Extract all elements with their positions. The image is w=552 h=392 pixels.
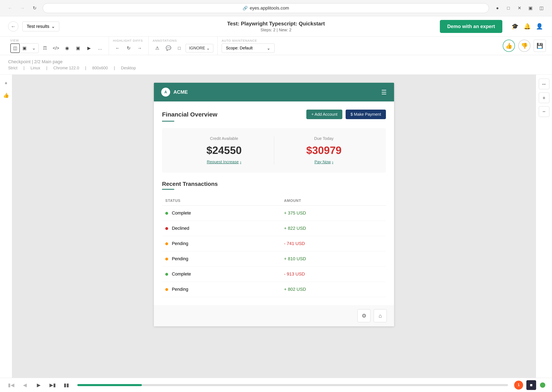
- code-btn[interactable]: </>: [51, 43, 61, 53]
- overlay-view-btn[interactable]: ▣: [20, 43, 29, 53]
- dropdown-arrow-icon: ⌄: [51, 24, 55, 29]
- thumb-left-btn[interactable]: 👍: [2, 91, 11, 100]
- link-icon: 🔗: [243, 6, 248, 11]
- eye-btn[interactable]: ◉: [62, 43, 72, 53]
- auto-maintenance-controls: Scope: Default ⌄: [222, 43, 275, 53]
- nav-first-btn[interactable]: ▮◀: [6, 380, 16, 390]
- annotations-label: ANNOTATIONS: [153, 39, 213, 42]
- browser-ext-1[interactable]: ●: [493, 4, 502, 13]
- prev-diff-btn[interactable]: ←: [113, 43, 122, 53]
- forward-btn[interactable]: →: [18, 4, 27, 12]
- more-btn[interactable]: …: [95, 43, 105, 53]
- zoom-out-btn[interactable]: −: [539, 106, 549, 117]
- scope-label: Scope: Default: [226, 46, 253, 50]
- highlight-diffs-label: HIGHLIGHT DIFFS: [113, 39, 144, 42]
- amount-cell: + 802 USD: [281, 282, 386, 297]
- app-header: ← Test results ⌄ Test: Playwright Typesc…: [0, 16, 552, 37]
- browser-actions: ● □ ✕ ▣ ◫: [493, 4, 546, 13]
- status-dot: [165, 258, 168, 260]
- warning-annotation-btn[interactable]: ⚠: [153, 43, 162, 53]
- zoom-in-btn[interactable]: +: [539, 92, 549, 103]
- reload-btn[interactable]: ↻: [30, 4, 39, 12]
- refresh-diff-btn[interactable]: ↻: [124, 43, 133, 53]
- table-row: Declined + 822 USD: [162, 221, 386, 236]
- home-icon-btn[interactable]: ⌂: [374, 309, 387, 322]
- nav-next-btn[interactable]: ▶▮: [48, 380, 57, 390]
- credit-section: Credit Available $24550 Request Increase…: [162, 128, 386, 173]
- app-preview: A ACME ☰ Financial Overview + Add Accoun…: [154, 83, 394, 326]
- status-indicator: [539, 382, 546, 388]
- back-btn[interactable]: ←: [6, 4, 14, 12]
- transactions-title: Recent Transactions: [162, 181, 386, 187]
- view-controls: ◫ ▣ ⌄ ☶ </> ◉ ▣ ▶ …: [10, 43, 105, 53]
- transactions-underline: [162, 189, 174, 190]
- amount-cell: - 741 USD: [281, 236, 386, 251]
- address-bar[interactable]: 🔗 eyes.applitools.com: [43, 3, 489, 13]
- settings-icon-btn[interactable]: ⚙: [358, 309, 370, 322]
- notifications-icon[interactable]: 🔔: [523, 22, 532, 31]
- browser-ext-3[interactable]: ✕: [515, 4, 524, 13]
- nav-play-btn[interactable]: ▶: [34, 380, 43, 390]
- browser-ext-4[interactable]: ▣: [526, 4, 535, 13]
- credit-available-col: Credit Available $24550 Request Increase…: [174, 136, 274, 164]
- save-btn[interactable]: 💾: [534, 40, 546, 52]
- toolbar-wrapper: VIEW ◫ ▣ ⌄ ☶ </> ◉ ▣ ▶ … HIGHLIGHT DIFFS…: [0, 37, 552, 55]
- ignore-btn[interactable]: IGNORE ⌄: [186, 44, 213, 52]
- pay-now-arrow: ›: [332, 160, 333, 164]
- nav-prev-btn[interactable]: ◀: [20, 380, 30, 390]
- region-annotation-btn[interactable]: □: [175, 43, 184, 53]
- back-to-results-btn[interactable]: ←: [8, 21, 18, 32]
- request-increase-arrow: ›: [240, 160, 241, 164]
- user-icon[interactable]: 👤: [535, 22, 544, 31]
- status-cell: Pending: [162, 282, 281, 297]
- add-annotation-btn[interactable]: +: [2, 79, 11, 88]
- terminal-icon[interactable]: ■: [526, 380, 536, 390]
- ignore-label: IGNORE: [189, 46, 205, 50]
- status-text: Declined: [172, 226, 189, 231]
- browser-ext-5[interactable]: ◫: [537, 4, 546, 13]
- layers-btn[interactable]: ☶: [40, 43, 50, 53]
- pay-now-link[interactable]: Pay Now ›: [315, 160, 333, 164]
- cursor-btn[interactable]: ▶: [84, 43, 94, 53]
- demo-expert-btn[interactable]: Demo with an expert: [440, 20, 502, 33]
- right-panel: ↔ + −: [536, 75, 552, 381]
- crop-btn[interactable]: ▣: [73, 43, 83, 53]
- browser-ext-2[interactable]: □: [504, 4, 513, 13]
- view-group: VIEW ◫ ▣ ⌄ ☶ </> ◉ ▣ ▶ …: [6, 37, 109, 55]
- hamburger-menu[interactable]: ☰: [381, 89, 387, 96]
- scope-dropdown[interactable]: Scope: Default ⌄: [222, 43, 275, 53]
- thumb-up-btn[interactable]: 👍: [503, 40, 515, 52]
- status-text: Complete: [172, 210, 191, 216]
- due-today-label: Due Today: [274, 136, 374, 141]
- table-row: Pending + 802 USD: [162, 282, 386, 297]
- due-today-col: Due Today $30979 Pay Now ›: [274, 136, 374, 164]
- view-toggle-group: ◫ ▣ ⌄: [10, 43, 39, 53]
- status-cell: Pending: [162, 236, 281, 251]
- status-dot: [165, 273, 168, 276]
- expand-btn[interactable]: ↔: [539, 79, 549, 89]
- financial-overview-header: Financial Overview + Add Account $ Make …: [162, 110, 386, 119]
- next-diff-btn[interactable]: →: [135, 43, 144, 53]
- learn-icon[interactable]: 🎓: [510, 22, 519, 31]
- amount-cell: - 913 USD: [281, 266, 386, 282]
- thumb-down-btn[interactable]: 👎: [518, 40, 530, 52]
- status-cell: Complete: [162, 206, 281, 221]
- test-results-dropdown[interactable]: Test results ⌄: [22, 21, 59, 31]
- split-view-btn[interactable]: ◫: [10, 43, 20, 53]
- credit-available-amount: $24550: [174, 144, 274, 156]
- add-account-btn[interactable]: + Add Account: [306, 110, 342, 119]
- status-cell: Declined: [162, 221, 281, 236]
- chevron-down-btn[interactable]: ⌄: [29, 43, 38, 53]
- checkpoint-info: Checkpoint | 2/2 Main page Strict | Linu…: [0, 55, 552, 75]
- nav-last-btn[interactable]: ▮▮: [61, 380, 71, 390]
- main-content: + 👍 A ACME ☰ Financial Overview + Add Ac…: [0, 75, 552, 381]
- request-increase-text: Request Increase: [207, 160, 239, 164]
- auto-maintenance-label: AUTO MAINTENANCE: [222, 39, 275, 42]
- annotations-controls: ⚠ 💬 □ IGNORE ⌄: [153, 43, 213, 53]
- request-increase-link[interactable]: Request Increase ›: [207, 160, 241, 164]
- make-payment-btn[interactable]: $ Make Payment: [346, 110, 386, 119]
- amount-cell: + 822 USD: [281, 221, 386, 236]
- test-results-label: Test results: [27, 24, 49, 29]
- highlight-diffs-group: HIGHLIGHT DIFFS ← ↻ →: [109, 37, 149, 55]
- comment-annotation-btn[interactable]: 💬: [164, 43, 173, 53]
